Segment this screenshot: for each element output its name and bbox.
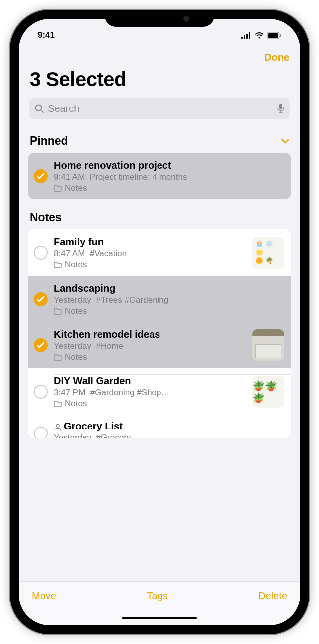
note-title: Family fun xyxy=(54,236,246,248)
screen: 9:41 Done 3 Selected Search Pinned xyxy=(19,19,300,625)
note-subtitle: Yesterday #Trees #Gardening xyxy=(54,295,284,305)
pinned-group: Home renovation project 9:41 AM Project … xyxy=(28,153,291,199)
toolbar: Move Tags Delete xyxy=(19,581,300,610)
pinned-header[interactable]: Pinned xyxy=(19,128,300,153)
note-row[interactable]: Home renovation project 9:41 AM Project … xyxy=(28,153,291,199)
note-body: Grocery List Yesterday #Grocery xyxy=(54,420,284,438)
folder-icon xyxy=(54,308,62,315)
note-title: Grocery List xyxy=(54,421,284,432)
note-folder: Notes xyxy=(54,306,284,316)
folder-icon xyxy=(54,185,62,192)
note-row[interactable]: Landscaping Yesterday #Trees #Gardening … xyxy=(28,276,291,322)
folder-icon xyxy=(54,354,62,361)
tags-button[interactable]: Tags xyxy=(147,590,167,602)
checkbox-unchecked[interactable] xyxy=(34,427,48,438)
note-subtitle: 9:41 AM Project timeline: 4 months xyxy=(54,172,284,182)
note-body: Landscaping Yesterday #Trees #Gardening … xyxy=(54,282,284,316)
nav-bar: Done xyxy=(19,48,300,65)
home-indicator[interactable] xyxy=(19,610,300,625)
status-time: 9:41 xyxy=(38,30,55,40)
svg-rect-9 xyxy=(279,104,282,109)
note-thumbnail xyxy=(252,329,284,361)
note-row[interactable]: Family fun 8:47 AM #Vacation Notes 🧁 ❄️ … xyxy=(28,229,291,276)
checkbox-checked[interactable] xyxy=(34,292,48,306)
checkbox-checked[interactable] xyxy=(34,169,48,183)
search-placeholder: Search xyxy=(48,103,277,114)
svg-rect-2 xyxy=(246,34,248,39)
pinned-label: Pinned xyxy=(30,134,68,148)
svg-point-10 xyxy=(56,424,59,427)
note-body: Kitchen remodel ideas Yesterday #Home No… xyxy=(54,328,246,362)
done-button[interactable]: Done xyxy=(264,52,289,63)
svg-rect-0 xyxy=(241,37,243,39)
page-title: 3 Selected xyxy=(19,65,300,98)
chevron-down-icon xyxy=(281,139,289,144)
note-row[interactable]: DIY Wall Garden 3:47 PM #Gardening #Shop… xyxy=(28,368,291,415)
move-button[interactable]: Move xyxy=(32,590,56,602)
note-title: Landscaping xyxy=(54,283,284,294)
note-title: Kitchen remodel ideas xyxy=(54,329,246,340)
note-body: Home renovation project 9:41 AM Project … xyxy=(54,159,284,193)
note-row[interactable]: Grocery List Yesterday #Grocery xyxy=(28,415,291,438)
note-subtitle: Yesterday #Grocery xyxy=(54,433,284,438)
folder-icon xyxy=(54,401,62,407)
svg-rect-6 xyxy=(280,34,281,37)
note-thumbnail: 🧁 ❄️ 🌟🌼 🌴 xyxy=(252,237,284,269)
status-icons xyxy=(241,32,281,39)
note-folder: Notes xyxy=(54,399,246,409)
note-subtitle: 8:47 AM #Vacation xyxy=(54,249,246,259)
signal-icon xyxy=(241,32,251,39)
search-input[interactable]: Search xyxy=(29,98,290,119)
check-icon xyxy=(37,296,45,302)
note-folder: Notes xyxy=(54,352,246,362)
search-icon xyxy=(35,104,44,113)
checkbox-unchecked[interactable] xyxy=(34,385,48,399)
notch xyxy=(105,10,214,27)
svg-rect-1 xyxy=(244,35,245,39)
folder-icon xyxy=(54,262,62,268)
note-title: DIY Wall Garden xyxy=(54,375,246,387)
note-body: DIY Wall Garden 3:47 PM #Gardening #Shop… xyxy=(54,374,246,409)
svg-rect-5 xyxy=(268,33,278,38)
check-icon xyxy=(37,342,45,348)
note-title: Home renovation project xyxy=(54,160,284,171)
check-icon xyxy=(37,173,45,179)
delete-button[interactable]: Delete xyxy=(258,590,287,602)
note-body: Family fun 8:47 AM #Vacation Notes xyxy=(54,235,246,270)
notes-label: Notes xyxy=(30,211,62,224)
shared-icon xyxy=(54,423,62,431)
checkbox-unchecked[interactable] xyxy=(34,246,48,260)
notes-header: Notes xyxy=(19,199,300,229)
notes-group: Family fun 8:47 AM #Vacation Notes 🧁 ❄️ … xyxy=(28,229,291,438)
phone-frame: 9:41 Done 3 Selected Search Pinned xyxy=(10,10,309,634)
note-thumbnail: 🪴🪴🪴 xyxy=(252,376,284,408)
mic-icon[interactable] xyxy=(277,104,284,113)
battery-icon xyxy=(267,32,281,39)
checkbox-checked[interactable] xyxy=(34,338,48,352)
wifi-icon xyxy=(254,32,264,39)
note-folder: Notes xyxy=(54,260,246,270)
note-row[interactable]: Kitchen remodel ideas Yesterday #Home No… xyxy=(28,322,291,368)
svg-rect-3 xyxy=(249,32,250,39)
note-folder: Notes xyxy=(54,183,284,193)
note-subtitle: 3:47 PM #Gardening #Shop… xyxy=(54,388,246,398)
notes-list[interactable]: Pinned Home renovation project 9:41 AM P… xyxy=(19,128,300,581)
svg-line-8 xyxy=(41,110,43,112)
note-subtitle: Yesterday #Home xyxy=(54,341,246,351)
